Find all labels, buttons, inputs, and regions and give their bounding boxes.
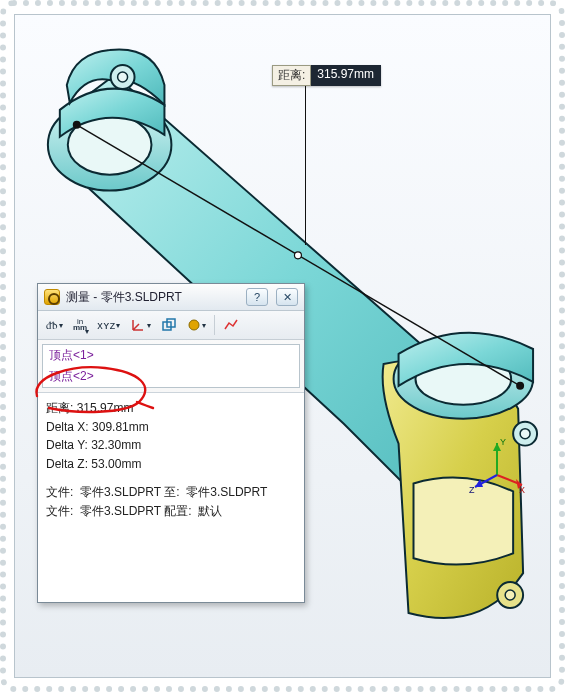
svg-point-3	[118, 72, 128, 82]
csys-button[interactable]: ▾	[126, 314, 155, 336]
dialog-toolbar: ᵭᵬ▾ in mm ▾ xʏz▾ ▾	[38, 311, 304, 340]
svg-point-8	[520, 429, 530, 439]
graphics-viewport[interactable]: 距离: 315.97mm X Y Z 测量 - 零件3.SLDPRT ?	[14, 14, 551, 678]
result-file-1: 文件: 零件3.SLDPRT 至: 零件3.SLDPRT	[46, 483, 296, 502]
measure-icon	[44, 289, 60, 305]
svg-point-10	[505, 590, 515, 600]
graph-button[interactable]	[219, 314, 243, 336]
results-panel: 距离: 315.97mm Delta X: 309.81mm Delta Y: …	[38, 392, 304, 602]
arc-mode-button[interactable]: ᵭᵬ▾	[42, 314, 67, 336]
svg-point-13	[294, 252, 301, 259]
measure-dialog[interactable]: 测量 - 零件3.SLDPRT ? ✕ ᵭᵬ▾ in mm ▾ xʏz▾	[37, 283, 305, 603]
dimension-callout[interactable]: 距离: 315.97mm	[272, 65, 381, 86]
result-distance: 距离: 315.97mm	[46, 399, 296, 418]
selection-list[interactable]: 顶点<1> 顶点<2>	[42, 344, 300, 388]
close-button[interactable]: ✕	[276, 288, 298, 306]
projection-button[interactable]	[157, 314, 181, 336]
result-delta-z: Delta Z: 53.00mm	[46, 455, 296, 474]
callout-leader	[305, 85, 306, 245]
units-button[interactable]: in mm ▾	[69, 314, 91, 336]
xyz-button[interactable]: xʏz▾	[93, 314, 124, 336]
screenshot-stage: 距离: 315.97mm X Y Z 测量 - 零件3.SLDPRT ?	[0, 0, 565, 692]
result-delta-x: Delta X: 309.81mm	[46, 418, 296, 437]
toolbar-separator	[214, 315, 215, 335]
callout-value: 315.97mm	[311, 65, 381, 86]
help-button[interactable]: ?	[246, 288, 268, 306]
result-delta-y: Delta Y: 32.30mm	[46, 436, 296, 455]
callout-label: 距离:	[272, 65, 311, 86]
selection-item[interactable]: 顶点<2>	[43, 366, 299, 387]
dialog-title: 测量 - 零件3.SLDPRT	[66, 289, 238, 306]
selection-item[interactable]: 顶点<1>	[43, 345, 299, 366]
svg-point-25	[189, 320, 199, 330]
result-file-2: 文件: 零件3.SLDPRT 配置: 默认	[46, 502, 296, 521]
dialog-titlebar[interactable]: 测量 - 零件3.SLDPRT ? ✕	[38, 284, 304, 311]
sphere-button[interactable]: ▾	[183, 314, 210, 336]
